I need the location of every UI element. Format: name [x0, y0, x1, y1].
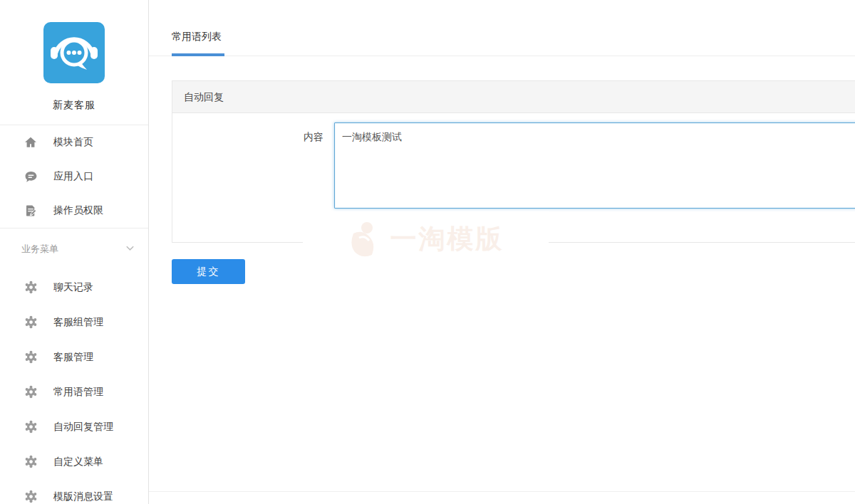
main-content: 常用语列表 自动回复 内容 一淘模板测试 一淘模版 提交	[149, 0, 855, 504]
content-form-row: 内容 一淘模板测试	[172, 122, 855, 209]
home-icon	[24, 135, 38, 149]
sidebar-item-label: 常用语管理	[53, 386, 103, 399]
gear-icon	[24, 315, 38, 330]
sidebar-item-app-entry[interactable]: 应用入口	[0, 159, 148, 194]
sidebar-item-label: 操作员权限	[53, 204, 103, 217]
tab-common-phrases-list[interactable]: 常用语列表	[172, 31, 224, 56]
gear-icon	[24, 490, 38, 504]
sidebar-item-common-phrases-mgmt[interactable]: 常用语管理	[0, 374, 148, 409]
sidebar-item-custom-menu[interactable]: 自定义菜单	[0, 444, 148, 479]
auto-reply-panel: 自动回复 内容 一淘模板测试	[172, 80, 855, 243]
chevron-down-icon	[125, 243, 135, 256]
sidebar-item-label: 应用入口	[53, 170, 93, 183]
sidebar-item-label: 自定义菜单	[53, 456, 103, 468]
content-label: 内容	[172, 122, 334, 209]
business-nav: 聊天记录 客服组管理 客服管理 常用语管理 自动回复管理	[0, 270, 148, 504]
sidebar-item-chat-records[interactable]: 聊天记录	[0, 270, 148, 305]
app-logo-headset-chat-icon	[43, 22, 105, 83]
content-textarea[interactable]: 一淘模板测试	[334, 122, 855, 209]
tab-bar: 常用语列表	[149, 0, 855, 56]
sidebar-item-label: 模块首页	[53, 136, 93, 149]
panel-body: 内容 一淘模板测试	[172, 113, 855, 242]
sidebar-item-module-home[interactable]: 模块首页	[0, 125, 148, 159]
document-edit-icon	[24, 204, 38, 218]
gear-icon	[24, 350, 38, 364]
sidebar-item-label: 自动回复管理	[53, 421, 113, 434]
gear-icon	[24, 455, 38, 469]
sidebar: 新麦客服 模块首页 应用入口	[0, 0, 149, 504]
gear-icon	[24, 280, 38, 295]
panel-title: 自动回复	[172, 81, 855, 113]
sidebar-item-service-group-mgmt[interactable]: 客服组管理	[0, 305, 148, 340]
primary-nav: 模块首页 应用入口	[0, 125, 148, 228]
sidebar-item-service-mgmt[interactable]: 客服管理	[0, 340, 148, 374]
gear-icon	[24, 385, 38, 399]
chat-bubble-icon	[24, 169, 38, 184]
submit-button[interactable]: 提交	[172, 259, 245, 284]
sidebar-item-operator-permissions[interactable]: 操作员权限	[0, 194, 148, 228]
sidebar-item-label: 聊天记录	[53, 281, 93, 294]
sidebar-item-auto-reply-mgmt[interactable]: 自动回复管理	[0, 409, 148, 444]
sidebar-section-business-menu[interactable]: 业务菜单	[0, 229, 148, 270]
sidebar-item-label: 模版消息设置	[53, 490, 113, 503]
gear-icon	[24, 420, 38, 434]
sidebar-item-label: 客服管理	[53, 351, 93, 364]
sidebar-item-template-message-settings[interactable]: 模版消息设置	[0, 479, 148, 504]
app-name: 新麦客服	[0, 99, 148, 112]
logo-area: 新麦客服	[0, 0, 148, 112]
section-label: 业务菜单	[21, 243, 125, 256]
footer-divider	[149, 491, 855, 492]
sidebar-item-label: 客服组管理	[53, 316, 103, 329]
